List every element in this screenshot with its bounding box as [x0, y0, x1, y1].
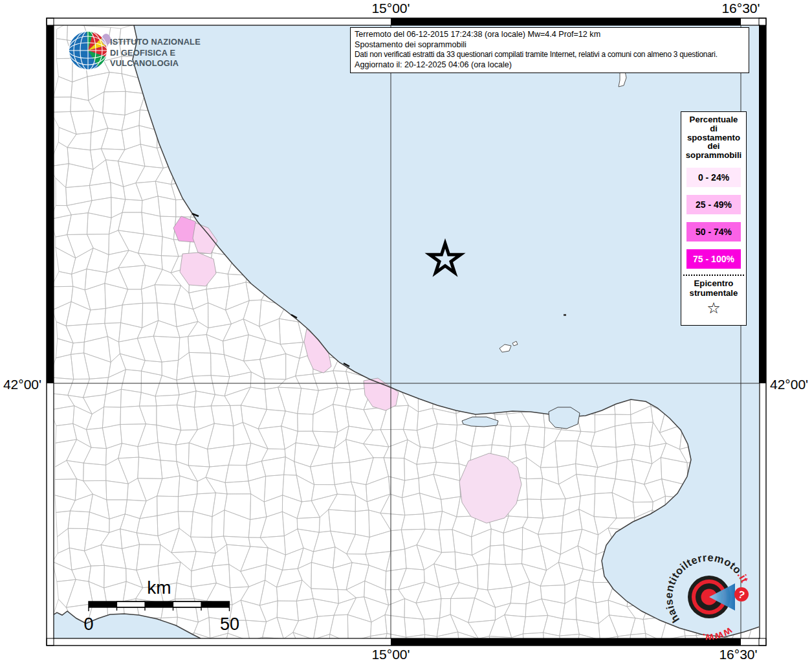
- axis-label-bottom-15-00: 15°00': [358, 647, 423, 662]
- legend-epicenter-star-icon: ☆: [681, 300, 746, 317]
- legend-swatch-label: 50 - 74%: [696, 227, 732, 237]
- event-updated: Aggiornato il: 20-12-2025 04:06 (ora loc…: [355, 60, 745, 71]
- scale-end-label: 50: [220, 614, 239, 634]
- scale-unit-label: km: [147, 578, 171, 598]
- legend-swatch-25-49: 25 - 49%: [686, 195, 741, 214]
- legend-swatch-label: 75 - 100%: [693, 254, 734, 264]
- event-subtitle: Spostamento dei soprammobili: [355, 40, 745, 51]
- legend-epicenter-title: Epicentro strumentale: [681, 278, 746, 298]
- axis-label-right-42-00: 42°00': [770, 377, 812, 392]
- axis-label-left-42-00: 42°00': [0, 377, 41, 392]
- event-info-box: Terremoto del 06-12-2015 17:24:38 (ora l…: [350, 27, 749, 73]
- map-page: km 0 50: [0, 0, 812, 663]
- map-figure: km 0 50: [0, 0, 812, 663]
- axis-label-top-16-30: 16°30': [708, 1, 773, 16]
- legend-swatch-75-100: 75 - 100%: [686, 249, 741, 269]
- ingv-logo: ISTITUTO NAZIONALE DI GEOFISICA E VULCAN…: [63, 28, 232, 71]
- scale-start-label: 0: [83, 614, 93, 634]
- event-data-note: Dati non verificati estratti da 33 quest…: [355, 50, 745, 60]
- islet: [564, 314, 566, 316]
- axis-label-top-15-00: 15°00': [358, 1, 423, 16]
- event-title: Terremoto del 06-12-2015 17:24:38 (ora l…: [355, 30, 745, 40]
- axis-label-bottom-16-30: 16°30': [706, 647, 771, 662]
- ingv-logo-text: ISTITUTO NAZIONALE DI GEOFISICA E VULCAN…: [110, 37, 232, 69]
- legend-swatch-0-24: 0 - 24%: [686, 168, 741, 187]
- legend-swatch-label: 25 - 49%: [696, 199, 732, 210]
- legend-swatch-50-74: 50 - 74%: [686, 222, 741, 242]
- legend-box: Percentuale di spostamento dei soprammob…: [681, 111, 747, 326]
- legend-divider: [683, 275, 744, 276]
- legend-swatch-label: 0 - 24%: [698, 172, 729, 183]
- legend-title: Percentuale di spostamento dei soprammob…: [681, 115, 746, 160]
